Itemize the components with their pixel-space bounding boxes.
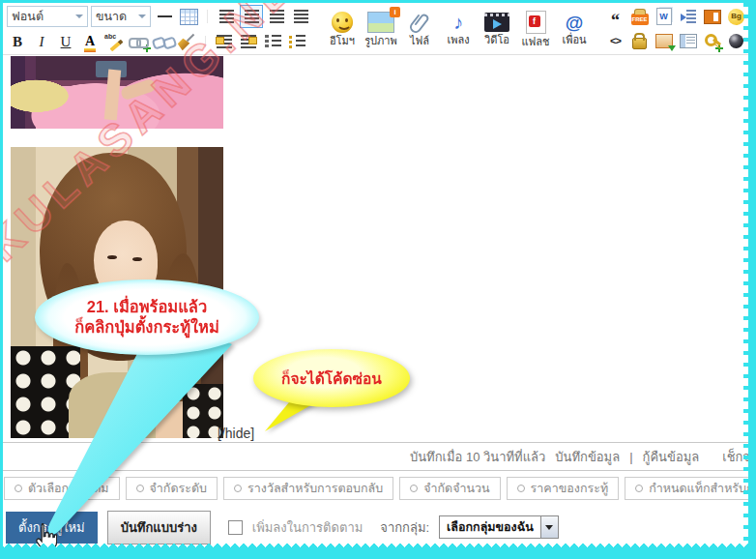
banner-icon	[704, 10, 721, 24]
word-paste-button[interactable]: W	[654, 6, 675, 27]
divider	[207, 10, 208, 23]
code-icon: <>	[610, 35, 621, 46]
group-select-value: เลือกกลุ่มของฉัน	[440, 516, 540, 538]
indent-button[interactable]	[238, 31, 259, 52]
table-icon	[180, 9, 198, 25]
flash-label: แฟลช	[521, 37, 549, 47]
attach-file-button[interactable]: ไฟล์	[400, 3, 439, 54]
float-frame-button[interactable]	[678, 6, 699, 27]
editor-toolbar: ฟอนต์ ขนาด B I U A	[3, 3, 748, 55]
horizontal-rule-icon	[158, 15, 172, 17]
mention-friend-button[interactable]: @ เพื่อน	[555, 3, 594, 54]
italic-icon: I	[40, 35, 44, 49]
emoticon-label: อีโมฯ	[330, 36, 355, 46]
link-icon	[129, 35, 149, 49]
bullet-list-icon	[289, 35, 305, 48]
columns-icon	[680, 34, 697, 48]
toolbar-bbcode-group: “ FREE W Bg A A² You Tube <> A₂	[603, 3, 756, 54]
font-dropdown[interactable]: ฟอนต์	[7, 6, 88, 27]
ordered-list-button[interactable]	[262, 31, 283, 52]
indent-icon	[241, 35, 256, 48]
hide-content-button[interactable]	[629, 30, 651, 51]
key-icon	[704, 32, 721, 49]
insert-video-button[interactable]: วิดีโอ	[478, 3, 516, 54]
align-center-button[interactable]	[240, 5, 263, 28]
restore-data-link[interactable]: กู้คืนข้อมูล	[643, 447, 700, 467]
insert-music-button[interactable]: ♪ เพลง	[439, 3, 478, 54]
code-button[interactable]: <>	[605, 30, 626, 51]
tab-thread-price[interactable]: ราคาของกระทู้	[507, 477, 620, 500]
clean-format-button[interactable]	[176, 31, 197, 52]
unlink-icon	[153, 35, 173, 49]
separator: |	[629, 450, 632, 464]
chevron-down-icon	[75, 15, 83, 18]
paperclip-icon	[409, 12, 430, 33]
size-dropdown-label: ขนาด	[96, 7, 127, 26]
horizontal-rule-button[interactable]	[154, 6, 175, 27]
video-icon	[484, 13, 509, 32]
chevron-down-icon	[138, 15, 146, 18]
ordered-list-icon	[265, 35, 281, 48]
align-left-icon	[219, 10, 234, 23]
lock-icon	[632, 38, 647, 49]
select-arrow-button[interactable]	[540, 516, 558, 538]
outdent-button[interactable]	[214, 31, 235, 52]
spellcheck-pencil-icon: abc	[104, 33, 124, 50]
image-label: รูปภาพ	[364, 36, 397, 46]
banner-button[interactable]	[702, 6, 723, 27]
insert-table-button[interactable]	[178, 6, 199, 27]
free-content-button[interactable]: FREE	[629, 6, 651, 27]
emoticon-button[interactable]: อีโมฯ	[323, 3, 362, 54]
instruction-line1: 21. เมื่อพร้อมแล้ว	[87, 297, 207, 317]
font-color-button[interactable]: A	[79, 31, 101, 52]
broom-icon	[177, 33, 196, 50]
post-photo-1[interactable]	[11, 56, 223, 129]
remove-link-button[interactable]	[152, 31, 173, 52]
tape-border-left	[0, 0, 3, 559]
underline-button[interactable]: U	[55, 31, 76, 52]
save-data-link[interactable]: บันทึกข้อมูล	[555, 447, 620, 467]
bold-button[interactable]: B	[7, 31, 28, 52]
triangle-down-icon	[545, 525, 553, 530]
align-center-icon	[245, 10, 259, 23]
music-label: เพลง	[447, 35, 469, 45]
instruction-line2: ก็คลิกปุ่มตั้งกระทู้ใหม่	[74, 317, 219, 338]
step-bubble-tail	[0, 329, 271, 551]
align-justify-icon	[294, 10, 308, 23]
tape-border-bottom	[0, 547, 756, 559]
italic-button[interactable]: I	[31, 31, 52, 52]
info-badge-icon: i	[390, 7, 400, 17]
frame-icon	[681, 10, 696, 23]
group-select[interactable]: เลือกกลุ่มของฉัน	[439, 515, 559, 539]
bg-color-icon: Bg	[728, 9, 744, 25]
quote-button[interactable]: “	[605, 6, 626, 27]
size-dropdown[interactable]: ขนาด	[91, 6, 151, 27]
result-bubble: ก็จะได้โค้ดซ่อน	[253, 349, 410, 407]
ring-icon	[635, 485, 643, 492]
at-sign-icon: @	[566, 14, 584, 32]
tab-thread-tags[interactable]: กำหนดแท็กสำหรับกระทู้นี้	[625, 477, 756, 500]
bullet-list-button[interactable]	[286, 31, 307, 52]
align-justify-button[interactable]	[290, 6, 311, 27]
font-color-icon: A	[85, 34, 95, 49]
image-icon: i	[367, 12, 394, 33]
columns-button[interactable]	[678, 30, 699, 51]
tab-quantity-limit[interactable]: จำกัดจำนวน	[399, 477, 500, 500]
friend-label: เพื่อน	[562, 35, 586, 45]
insert-image-button[interactable]: i รูปภาพ	[362, 3, 400, 54]
image-export-button[interactable]	[654, 30, 675, 51]
free-icon: FREE	[631, 14, 649, 25]
insert-flash-button[interactable]: f แฟลช	[516, 3, 555, 54]
align-right-button[interactable]	[266, 6, 287, 27]
forum-post-editor: ฟอนต์ ขนาด B I U A	[0, 0, 756, 559]
spellcheck-button[interactable]: abc	[103, 31, 125, 52]
align-right-icon	[270, 10, 284, 23]
ring-icon	[410, 485, 418, 492]
ring-icon	[517, 485, 525, 492]
password-button[interactable]	[702, 30, 723, 51]
autosave-text: บันทึกเมื่อ 10 วินาทีที่แล้ว	[410, 447, 545, 467]
align-left-button[interactable]	[216, 6, 237, 27]
music-note-icon: ♪	[453, 13, 463, 32]
toolbar-insert-group: อีโมฯ i รูปภาพ ไฟล์ ♪ เพลง วิดีโอ f แฟลช	[323, 3, 594, 54]
insert-link-button[interactable]	[128, 31, 149, 52]
